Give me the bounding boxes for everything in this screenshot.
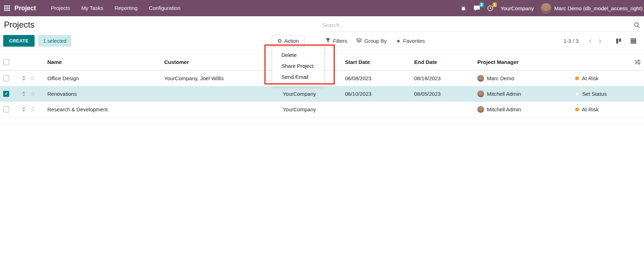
systray: 2 1 YourCompany Marc Demo (db_model_acce… — [460, 3, 644, 13]
apps-menu-icon[interactable] — [4, 5, 10, 11]
control-panel: CREATE 1 selected ⚙ Action Filters Group… — [0, 35, 644, 47]
end-date-cell: 08/18/2023 — [414, 71, 469, 86]
favorite-star-icon[interactable]: ☆ — [30, 102, 37, 117]
status-label: Set Status — [582, 91, 607, 97]
column-header-project-manager[interactable]: Project Manager — [477, 54, 564, 70]
nav-item-reporting[interactable]: Reporting — [109, 0, 143, 16]
user-menu[interactable]: Marc Demo (db_model_access_right) — [541, 3, 643, 13]
user-avatar — [541, 3, 551, 13]
action-label: Action — [284, 38, 299, 44]
create-button[interactable]: CREATE — [3, 35, 35, 47]
drag-handle-icon[interactable] — [22, 102, 27, 117]
group-by-button[interactable]: Group By — [356, 35, 387, 47]
debug-bug-icon[interactable] — [460, 5, 466, 11]
menu-item-send-email[interactable]: Send Email — [272, 71, 324, 82]
status-dot-icon — [575, 107, 579, 111]
project-name: Office Design — [47, 71, 160, 86]
menu-item-share-project[interactable]: Share Project — [272, 60, 324, 71]
customer-cell: YourCompany — [164, 86, 316, 101]
row-checkbox[interactable] — [3, 106, 9, 112]
star-icon: ★ — [396, 38, 401, 44]
filter-funnel-icon — [326, 38, 330, 44]
column-header-start-date[interactable]: Start Date — [345, 54, 401, 70]
manager-avatar — [477, 75, 484, 82]
manager-avatar — [477, 106, 484, 113]
favorite-star-icon[interactable]: ☆ — [30, 86, 37, 101]
list-footer-border — [0, 124, 644, 124]
menu-item-delete[interactable]: Delete — [272, 49, 324, 60]
messages-badge: 2 — [479, 2, 484, 7]
kanban-view-button[interactable] — [616, 35, 621, 47]
end-date-cell: 08/05/2023 — [414, 86, 469, 101]
start-date-cell: 06/10/2023 — [345, 86, 401, 101]
status-label: At Risk — [582, 75, 599, 81]
group-by-label: Group By — [364, 38, 387, 44]
status-dot-icon — [575, 92, 579, 96]
start-date-cell — [345, 102, 401, 117]
status-cell[interactable]: Set Status — [575, 86, 632, 101]
end-date-cell — [414, 102, 469, 117]
activities-badge: 1 — [493, 2, 497, 7]
row-checkbox-checked[interactable] — [3, 91, 9, 97]
pager-next-button[interactable]: › — [599, 35, 601, 47]
list-view-button[interactable] — [631, 35, 636, 47]
drag-handle-icon[interactable] — [22, 86, 27, 101]
customer-cell: YourCompany — [164, 102, 316, 117]
favorite-star-icon[interactable]: ☆ — [30, 71, 37, 86]
manager-name: Marc Demo — [487, 75, 514, 81]
column-header-name[interactable]: Name — [47, 54, 160, 70]
project-manager-cell: Marc Demo — [477, 71, 564, 86]
manager-name: Mitchell Admin — [487, 91, 521, 97]
manager-avatar — [477, 90, 484, 97]
status-dot-icon — [575, 76, 579, 80]
filters-button[interactable]: Filters — [326, 35, 347, 47]
action-dropdown-menu: Delete Share Project Send Email — [272, 47, 324, 87]
pager-counter: 1-3 / 3 — [564, 35, 579, 47]
start-date-cell: 06/08/2023 — [345, 71, 401, 86]
column-header-end-date[interactable]: End Date — [414, 54, 469, 70]
select-all-checkbox[interactable] — [3, 59, 9, 65]
filters-label: Filters — [333, 38, 347, 44]
pager-previous-button[interactable]: ‹ — [589, 35, 591, 47]
optional-columns-icon[interactable] — [635, 54, 643, 70]
activities-icon[interactable]: 1 — [487, 5, 493, 11]
top-navbar: Project Projects My Tasks Reporting Conf… — [0, 0, 644, 16]
app-name[interactable]: Project — [14, 5, 36, 12]
nav-item-projects[interactable]: Projects — [45, 0, 76, 16]
drag-handle-icon[interactable] — [22, 71, 27, 86]
nav-item-my-tasks[interactable]: My Tasks — [76, 0, 109, 16]
breadcrumb-title: Projects — [4, 20, 35, 30]
nav-item-configuration[interactable]: Configuration — [143, 0, 186, 16]
manager-name: Mitchell Admin — [487, 106, 521, 112]
user-name: Marc Demo (db_model_access_right) — [554, 5, 643, 11]
project-name: Research & Development — [47, 102, 160, 117]
gear-icon: ⚙ — [277, 38, 282, 44]
main-menu: Projects My Tasks Reporting Configuratio… — [45, 0, 186, 16]
status-cell[interactable]: At Risk — [575, 71, 632, 86]
search-bar — [321, 18, 641, 32]
project-manager-cell: Mitchell Admin — [477, 102, 564, 117]
favorites-button[interactable]: ★ Favorites — [396, 35, 425, 47]
action-menu-button[interactable]: ⚙ Action — [272, 35, 304, 47]
company-switcher[interactable]: YourCompany — [500, 5, 534, 11]
favorites-label: Favorites — [403, 38, 425, 44]
project-name: Renovations — [47, 86, 160, 101]
status-cell[interactable]: At Risk — [575, 102, 632, 117]
table-row-research-development[interactable]: ☆ Research & Development YourCompany Mit… — [0, 102, 644, 117]
layers-icon — [356, 38, 362, 44]
row-checkbox[interactable] — [3, 75, 9, 81]
search-icon[interactable] — [634, 22, 641, 28]
messages-icon[interactable]: 2 — [473, 5, 480, 11]
search-input[interactable] — [321, 22, 634, 28]
project-manager-cell: Mitchell Admin — [477, 86, 564, 101]
selected-count-badge: 1 selected — [38, 35, 71, 47]
status-label: At Risk — [582, 106, 599, 112]
table-row-renovations[interactable]: ☆ Renovations YourCompany 06/10/2023 08/… — [0, 86, 644, 102]
